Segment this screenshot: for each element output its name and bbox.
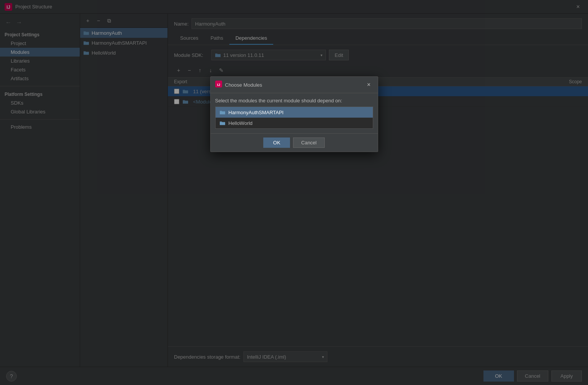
modal-title: Choose Modules: [225, 82, 362, 88]
modal-item-harmonyauthsmartapi[interactable]: HarmonyAuthSMARTAPI: [216, 107, 373, 118]
modal-item-label-helloworld: HelloWorld: [229, 120, 253, 126]
modal-folder-icon-2: [219, 120, 226, 126]
modal-icon: IJ: [215, 81, 222, 89]
modal-header: IJ Choose Modules ×: [211, 77, 378, 93]
modal-ok-button[interactable]: OK: [263, 138, 290, 148]
modal-item-label-harmonyauthsmartapi: HarmonyAuthSMARTAPI: [229, 110, 284, 115]
choose-modules-modal: IJ Choose Modules × Select the modules t…: [210, 76, 378, 152]
modal-cancel-button[interactable]: Cancel: [293, 138, 324, 148]
modal-close-button[interactable]: ×: [365, 81, 373, 89]
modal-folder-icon-1: [219, 109, 226, 115]
modal-module-list: HarmonyAuthSMARTAPI HelloWorld: [215, 107, 373, 129]
modal-body: Select the modules the current module sh…: [211, 93, 378, 133]
modal-footer: OK Cancel: [211, 133, 378, 152]
modal-item-helloworld[interactable]: HelloWorld: [216, 118, 373, 128]
modal-description: Select the modules the current module sh…: [215, 98, 373, 104]
modal-overlay: IJ Choose Modules × Select the modules t…: [0, 0, 588, 385]
svg-text:IJ: IJ: [217, 82, 220, 87]
